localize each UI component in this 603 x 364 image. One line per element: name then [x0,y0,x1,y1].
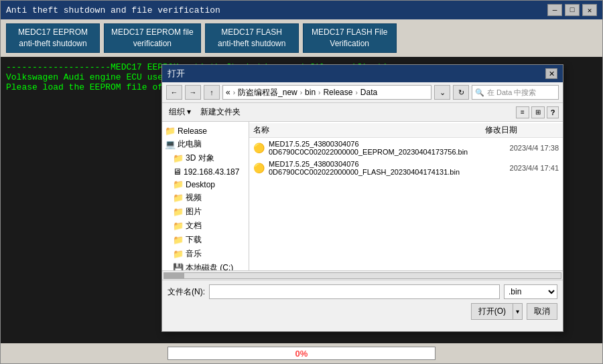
col-header-date[interactable]: 修改日期 [485,124,559,136]
folder-icon: 📁 [173,179,184,189]
close-button[interactable]: ✕ [582,4,597,16]
window-title: Anti theft shutdown and file verificatio… [6,5,220,15]
file-item-1[interactable]: 🟡 MED17.5.25_43800304076​0D6790C0C002022… [249,158,563,178]
file-name-1: MED17.5.25_43800304076​0D6790C0C00202200… [269,160,506,176]
cancel-button[interactable]: 取消 [527,303,557,320]
nav-back-button[interactable]: ← [166,85,182,100]
search-icon: 🔍 [475,88,484,97]
view-icons: ≡ ⊞ ? [516,106,559,118]
tree-item-pictures[interactable]: 📁 图片 [162,205,249,219]
address-root: « [226,88,230,97]
folder-icon: 📁 [173,249,184,259]
scroll-bar-track [163,272,561,279]
organize-button[interactable]: 组织 ▾ [166,105,194,119]
dialog-toolbar2: 组织 ▾ 新建文件夹 ≡ ⊞ ? [162,103,563,122]
tree-item-label: 本地磁盘 (C:) [186,262,233,270]
dialog-footer: 文件名(N): .bin 打开(O) ▾ 取消 [162,280,563,324]
new-folder-button[interactable]: 新建文件夹 [198,105,243,119]
horizontal-scrollbar[interactable] [162,270,563,280]
tree-item-label: 此电脑 [178,139,202,150]
title-bar: Anti theft shutdown and file verificatio… [1,1,602,19]
address-bar[interactable]: « › 防盗编程器_new › bin › Release › Data [222,85,431,100]
tree-item-release[interactable]: 📁 Release [162,124,249,137]
medc17-eeprom-antitheft-button[interactable]: MEDC17 EEPROM anti-theft shutdown [6,23,100,53]
tree-pane: 📁 Release 💻 此电脑 📁 3D 对象 🖥 192.168.43.187… [162,122,249,270]
folder-icon: 📁 [173,153,184,163]
scroll-thumb [164,273,184,278]
file-icon-0: 🟡 [253,143,265,153]
drive-icon: 💾 [173,263,184,270]
folder-icon: 📁 [173,221,184,231]
search-placeholder: 在 Data 中搜索 [487,88,536,98]
dialog-title-bar: 打开 ✕ [162,65,563,82]
file-item-0[interactable]: 🟡 MED17.5.25_43800304076​0D6790C0C002022… [249,138,563,158]
tree-item-music[interactable]: 📁 音乐 [162,247,249,261]
tree-item-label: Release [178,126,207,136]
folder-icon: 📁 [165,126,176,136]
folder-icon: 📁 [173,207,184,217]
tree-item-label: Desktop [186,180,215,189]
nav-forward-button[interactable]: → [185,85,201,100]
file-icon-1: 🟡 [253,163,265,173]
tree-item-3d[interactable]: 📁 3D 对象 [162,151,249,165]
progress-bar: 0% [168,347,436,360]
filename-label: 文件名(N): [168,286,205,298]
action-row: 打开(O) ▾ 取消 [168,303,557,320]
file-name-0: MED17.5.25_43800304076​0D6790C0C00202200… [269,140,506,156]
tree-item-label: 3D 对象 [186,153,214,164]
filetype-select[interactable]: .bin [504,284,557,299]
dialog-title: 打开 [168,68,185,80]
address-seg-1: 防盗编程器_new [238,87,297,98]
tree-item-desktop[interactable]: 📁 Desktop [162,178,249,191]
open-dropdown-button[interactable]: ▾ [513,303,523,320]
tree-item-video[interactable]: 📁 视频 [162,191,249,205]
tree-item-drive-c[interactable]: 💾 本地磁盘 (C:) [162,261,249,270]
address-dropdown-button[interactable]: ⌄ [434,85,450,100]
col-header-name[interactable]: 名称 [253,124,481,136]
address-seg-2: bin [305,88,316,97]
pc-icon: 💻 [165,139,176,149]
tree-item-label: 音乐 [186,248,202,260]
address-seg-3: Release [323,88,352,97]
tree-item-label: 下载 [186,234,202,246]
tree-item-label: 图片 [186,206,202,217]
minimize-button[interactable]: — [547,4,562,16]
medc17-flash-antitheft-button[interactable]: MEDC17 FLASH anti-theft shutdown [205,23,299,53]
file-pane: 名称 修改日期 🟡 MED17.5.25_43800304076​0D6790C… [249,122,563,270]
tree-item-label: 文档 [186,220,202,232]
folder-icon: 📁 [173,193,184,203]
dialog-close-button[interactable]: ✕ [545,68,557,79]
medc17-flash-verification-button[interactable]: MEDC17 FLASH File Verification [303,23,397,53]
tree-item-network-addr[interactable]: 🖥 192.168.43.187 [162,165,249,178]
tree-item-thispc[interactable]: 💻 此电脑 [162,137,249,151]
filename-row: 文件名(N): .bin [168,284,557,299]
open-button[interactable]: 打开(O) [471,303,513,320]
search-bar[interactable]: 🔍 在 Data 中搜索 [472,85,559,100]
dialog-toolbar: ← → ↑ « › 防盗编程器_new › bin › Release › Da… [162,82,563,103]
view-icon-1[interactable]: ≡ [516,106,529,118]
dialog-body: 📁 Release 💻 此电脑 📁 3D 对象 🖥 192.168.43.187… [162,122,563,270]
progress-area: 0% [1,343,602,363]
folder-icon: 📁 [173,235,184,245]
filename-input[interactable] [209,284,500,299]
tree-item-documents[interactable]: 📁 文档 [162,219,249,233]
refresh-button[interactable]: ↻ [453,85,469,100]
app-window: Anti theft shutdown and file verificatio… [0,0,603,364]
top-buttons-bar: MEDC17 EEPROM anti-theft shutdown MEDC17… [1,19,602,57]
title-bar-controls: — □ ✕ [547,4,597,16]
medc17-eeprom-verification-button[interactable]: MEDC17 EEPROM file verification [104,23,201,53]
tree-item-label: 192.168.43.187 [184,167,239,177]
file-pane-header: 名称 修改日期 [249,123,563,138]
open-button-container: 打开(O) ▾ [471,303,523,320]
file-date-0: 2023/4/4 17:38 [510,144,559,152]
progress-label: 0% [295,349,308,359]
maximize-button[interactable]: □ [565,4,580,16]
nav-up-button[interactable]: ↑ [204,85,220,100]
view-icon-2[interactable]: ⊞ [531,106,545,118]
tree-item-label: 视频 [186,192,202,203]
address-seg-4: Data [360,88,377,97]
help-button[interactable]: ? [547,106,559,118]
tree-item-downloads[interactable]: 📁 下载 [162,233,249,247]
network-icon: 🖥 [173,167,182,177]
file-date-1: 2023/4/4 17:41 [510,164,559,172]
